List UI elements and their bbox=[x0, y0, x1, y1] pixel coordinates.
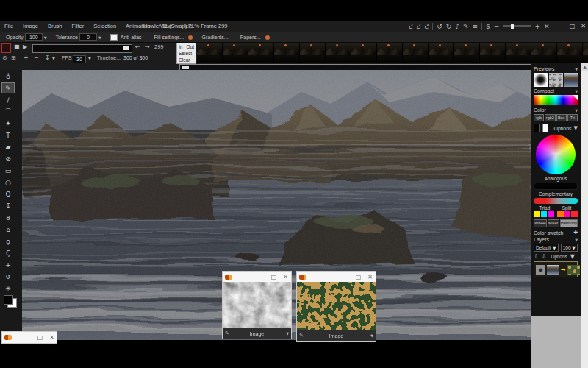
minimize-button[interactable]: – bbox=[262, 274, 265, 280]
compact-collapse-icon[interactable]: ▼ bbox=[575, 89, 578, 93]
rectangle-tool[interactable]: ▭ bbox=[1, 165, 15, 176]
menu-brush[interactable]: Brush bbox=[48, 23, 62, 29]
color-header[interactable]: Color bbox=[534, 107, 546, 113]
menu-item-out[interactable]: Out bbox=[187, 43, 194, 50]
fps-value[interactable]: 30 bbox=[73, 55, 86, 63]
zoom-in-icon[interactable]: + bbox=[534, 23, 540, 30]
tolerance-value[interactable]: 0 bbox=[79, 33, 97, 41]
minimize-button[interactable]: – bbox=[561, 23, 564, 29]
filmstrip-frame[interactable] bbox=[274, 43, 299, 63]
next-frame-button[interactable]: → bbox=[145, 43, 150, 50]
redo-icon[interactable]: ↻ bbox=[446, 23, 452, 30]
mode-button-harmony[interactable]: Harmony bbox=[560, 219, 578, 227]
filmstrip-frame[interactable] bbox=[506, 43, 531, 63]
texture-window-gray-titlebar[interactable]: – □ ✕ bbox=[223, 272, 291, 282]
list-icon[interactable]: ≡ bbox=[473, 23, 478, 30]
primary-color-swatch[interactable] bbox=[542, 124, 549, 132]
previews-collapse-icon[interactable]: ▼ bbox=[575, 67, 578, 71]
filmstrip-frame[interactable] bbox=[557, 43, 582, 63]
media-icon[interactable]: ♪ bbox=[455, 23, 459, 30]
layer-visibility-icon[interactable]: ◉ bbox=[536, 265, 545, 275]
filmstrip-frame[interactable] bbox=[377, 43, 402, 63]
opacity-value[interactable]: 100 bbox=[25, 33, 43, 41]
split-color-swatch[interactable] bbox=[571, 211, 578, 217]
layers-header[interactable]: Layers bbox=[534, 237, 549, 242]
foreground-background-swatches[interactable] bbox=[4, 295, 17, 308]
donate-icon[interactable]: $ bbox=[486, 23, 490, 30]
swap-buffer-icon-2[interactable]: Ƨ bbox=[417, 23, 421, 30]
menu-file[interactable]: File bbox=[4, 23, 13, 29]
add-swatch-icon[interactable]: ✚ bbox=[573, 230, 578, 236]
magnifier-tool[interactable]: ϙ bbox=[1, 236, 15, 247]
layer-thumbnail-texture[interactable] bbox=[567, 265, 580, 275]
stop-button[interactable]: ■ bbox=[14, 43, 20, 50]
pan-tool[interactable]: ♁ bbox=[1, 71, 15, 82]
swap-buffer-icon-3[interactable]: Ƨ bbox=[424, 23, 429, 30]
undo-icon[interactable]: ↺ bbox=[437, 23, 442, 30]
layer-list-row[interactable]: ◉ → bbox=[534, 261, 578, 277]
collapsed-window-titlebar[interactable]: □ ✕ bbox=[1, 331, 57, 344]
layer-thumbnail-image[interactable] bbox=[547, 265, 559, 275]
swap-buffer-icon-1[interactable]: Ƨ bbox=[409, 23, 413, 30]
sparkle-tool[interactable]: ✳ bbox=[1, 283, 15, 294]
color-tab-tri[interactable]: Tri bbox=[567, 114, 578, 121]
close-button[interactable]: ✕ bbox=[368, 274, 373, 280]
menu-item-select[interactable]: Select bbox=[179, 50, 194, 57]
airbrush-tool[interactable]: ȣ bbox=[1, 212, 15, 223]
filmstrip-frame[interactable] bbox=[583, 43, 588, 63]
remove-frame-button[interactable]: − bbox=[34, 54, 39, 61]
timeline-scrollbar-handle[interactable] bbox=[182, 66, 189, 69]
record-button[interactable] bbox=[1, 43, 11, 53]
color-collapse-icon[interactable]: ▼ bbox=[575, 108, 578, 113]
layers-options-button[interactable]: Options bbox=[551, 254, 567, 259]
pen-icon[interactable]: ✎ bbox=[463, 23, 469, 30]
filmstrip-frame[interactable] bbox=[300, 43, 325, 63]
filmstrip-frame[interactable] bbox=[197, 43, 222, 63]
clone-tool[interactable]: ⌂ bbox=[1, 224, 15, 235]
play-button[interactable]: ▶ bbox=[23, 43, 27, 50]
filled-ellipse-tool[interactable]: ⊘ bbox=[1, 153, 15, 164]
split-color-swatch[interactable] bbox=[564, 211, 571, 217]
filled-rectangle-tool[interactable]: ▰ bbox=[1, 141, 15, 152]
foreground-color-swatch[interactable] bbox=[4, 295, 13, 305]
close-button[interactable]: ✕ bbox=[581, 23, 586, 29]
filmstrip-frame[interactable] bbox=[223, 43, 248, 63]
previous-frame-button[interactable]: ← bbox=[135, 43, 140, 50]
image-source-dropdown-icon[interactable]: ▼ bbox=[370, 333, 373, 338]
pin-dropdown-icon[interactable]: ▼ bbox=[52, 56, 55, 60]
maximize-button[interactable]: □ bbox=[271, 274, 277, 280]
color-options-dropdown-icon[interactable]: ▼ bbox=[574, 125, 578, 131]
loop-icon[interactable]: ⊙ bbox=[2, 54, 7, 61]
texture-window-camo-titlebar[interactable]: – □ ✕ bbox=[297, 272, 376, 282]
maximize-button[interactable]: □ bbox=[37, 334, 43, 341]
timeline-button[interactable]: Timeline... bbox=[97, 55, 121, 60]
analogous-color-bar[interactable] bbox=[534, 183, 578, 190]
compact-header[interactable]: Compact bbox=[534, 88, 554, 93]
zoom-tool[interactable]: Q bbox=[1, 188, 15, 199]
layer-up-icon[interactable]: ⇧ bbox=[534, 253, 539, 260]
close-button[interactable]: ✕ bbox=[49, 334, 54, 341]
eyedropper-tool[interactable]: ↧ bbox=[1, 200, 15, 211]
menu-item-clear[interactable]: Clear bbox=[179, 57, 194, 63]
color-wheel[interactable] bbox=[536, 135, 576, 174]
filmstrip-frame[interactable] bbox=[454, 43, 479, 63]
opacity-dropdown-icon[interactable]: ▼ bbox=[44, 35, 47, 40]
brush-preview-thumbnail[interactable] bbox=[534, 73, 548, 87]
layers-collapse-icon[interactable]: ▼ bbox=[575, 238, 578, 242]
frame-slider-handle[interactable] bbox=[123, 46, 129, 50]
line-tool[interactable]: ∕ bbox=[1, 94, 15, 105]
freehand-brush-tool[interactable]: ✎ bbox=[1, 82, 15, 93]
ellipse-tool[interactable]: ○ bbox=[1, 177, 15, 188]
color-tab-rgb2[interactable]: rgb2 bbox=[545, 114, 555, 121]
close-button[interactable]: ✕ bbox=[283, 274, 288, 280]
filmstrip-frame[interactable] bbox=[351, 43, 376, 63]
layer-opacity-dropdown[interactable]: 100▼ bbox=[561, 244, 578, 252]
image-source-label[interactable]: Image bbox=[297, 333, 376, 339]
maximize-button[interactable]: □ bbox=[356, 274, 362, 280]
pin-icon[interactable]: ↧ bbox=[45, 54, 50, 61]
layers-options-dropdown-icon[interactable]: ▼ bbox=[570, 253, 575, 260]
gradients-button[interactable]: Gradients... bbox=[201, 35, 228, 40]
color-swatch-header[interactable]: Color swatch bbox=[534, 230, 563, 236]
triad-color-swatch[interactable] bbox=[541, 211, 548, 217]
add-frame-button[interactable]: + bbox=[24, 54, 29, 61]
